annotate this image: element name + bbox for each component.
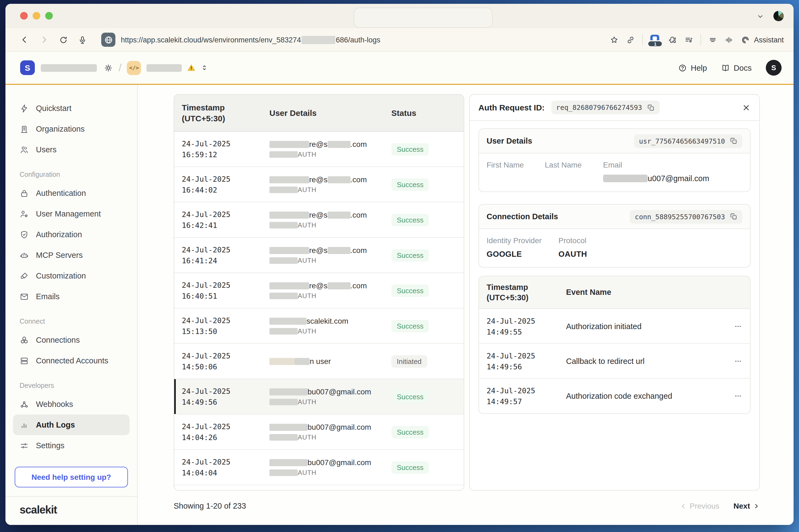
visible-text: .com bbox=[350, 210, 367, 219]
help-button[interactable]: Help bbox=[678, 63, 707, 72]
assistant-button[interactable]: Assistant bbox=[741, 35, 784, 44]
table-row[interactable]: 24-Jul-202514:49:56bu007@gmail.comAUTHSu… bbox=[174, 379, 464, 415]
extension-badge: 1 bbox=[647, 40, 663, 47]
sidebar-item-users[interactable]: Users bbox=[5, 139, 137, 160]
previous-page-button[interactable]: Previous bbox=[680, 501, 719, 510]
sidebar-section-label-configuration: Configuration bbox=[5, 160, 137, 183]
status-badge: Success bbox=[391, 426, 429, 438]
docs-button[interactable]: Docs bbox=[721, 63, 751, 72]
timestamp-cell: 24-Jul-202516:59:12 bbox=[174, 138, 270, 160]
redacted-segment bbox=[270, 459, 308, 466]
sidebar-item-authorization[interactable]: Authorization bbox=[5, 224, 137, 245]
users-icon bbox=[20, 145, 29, 154]
visible-text: AUTH bbox=[298, 151, 316, 158]
next-page-button[interactable]: Next bbox=[733, 501, 760, 510]
sidebar-item-organizations[interactable]: Organizations bbox=[5, 119, 137, 139]
user-details-subline: AUTH bbox=[270, 327, 391, 335]
event-menu-button[interactable] bbox=[734, 392, 742, 400]
environment-chip-icon[interactable]: </> bbox=[127, 61, 141, 75]
close-panel-button[interactable] bbox=[742, 103, 750, 112]
user-details-cell: bu007@gmail.comAUTH bbox=[270, 458, 391, 476]
copy-connection-id-button[interactable] bbox=[730, 213, 738, 220]
user-details-line: bu007@gmail.com bbox=[270, 387, 391, 396]
timestamp-cell: 24-Jul-202516:40:51 bbox=[174, 280, 270, 301]
sidebar-item-mcp-servers[interactable]: MCP Servers bbox=[5, 245, 137, 265]
reload-icon[interactable] bbox=[59, 35, 68, 44]
site-info-chip[interactable] bbox=[101, 33, 115, 47]
chevron-down-icon[interactable] bbox=[756, 12, 765, 20]
user-details-subline: AUTH bbox=[270, 398, 391, 406]
user-avatar[interactable]: S bbox=[766, 60, 782, 76]
zoom-window-button[interactable] bbox=[45, 12, 53, 20]
table-row[interactable]: 24-Jul-202516:59:12re@s.comAUTHSuccess bbox=[174, 132, 464, 167]
user-details-line: re@s.com bbox=[270, 210, 391, 219]
status-badge: Success bbox=[391, 178, 429, 191]
status-badge: Success bbox=[391, 390, 429, 403]
sidebar-item-quickstart[interactable]: Quickstart bbox=[5, 98, 137, 119]
status-cell: Initiated bbox=[391, 355, 464, 367]
sidebar-item-connections[interactable]: Connections bbox=[5, 330, 137, 350]
workspace-logo[interactable]: S bbox=[20, 60, 35, 75]
forward-icon[interactable] bbox=[39, 35, 49, 44]
copy-request-id-button[interactable] bbox=[647, 103, 654, 111]
visible-text: bu007@gmail.com bbox=[308, 458, 371, 467]
timestamp-cell: 24-Jul-202514:50:06 bbox=[174, 350, 270, 372]
sidebar-item-label: MCP Servers bbox=[36, 251, 83, 260]
sidebar-item-customization[interactable]: Customization bbox=[5, 265, 137, 286]
docs-book-icon bbox=[721, 63, 730, 72]
table-row[interactable]: 24-Jul-202515:13:50scalekit.comAUTHSucce… bbox=[174, 308, 464, 344]
table-row[interactable]: 24-Jul-202516:44:02re@s.comAUTHSuccess bbox=[174, 167, 464, 202]
date: 24-Jul-2025 bbox=[182, 244, 270, 255]
workspace-settings-gear-icon[interactable] bbox=[104, 63, 113, 73]
date: 24-Jul-2025 bbox=[182, 350, 270, 361]
redacted-segment bbox=[270, 247, 309, 254]
ellipsis-icon bbox=[734, 392, 742, 400]
browser-tab[interactable] bbox=[354, 7, 493, 28]
url-redacted-segment bbox=[301, 36, 335, 44]
redacted-segment bbox=[270, 187, 298, 193]
environment-switcher-chevrons-icon[interactable] bbox=[201, 64, 209, 72]
table-row[interactable]: 24-Jul-202516:42:41re@s.comAUTHSuccess bbox=[174, 202, 464, 238]
sidebar-item-connected-accounts[interactable]: Connected Accounts bbox=[5, 350, 137, 371]
table-row[interactable]: 24-Jul-202516:41:24re@s.comAUTHSuccess bbox=[174, 238, 464, 273]
table-row[interactable]: 24-Jul-202516:40:51re@s.comAUTHSuccess bbox=[174, 273, 464, 308]
copy-user-id-button[interactable] bbox=[730, 137, 738, 145]
user-details-line: bu007@gmail.com bbox=[270, 458, 391, 467]
sidebar-item-settings[interactable]: Settings bbox=[5, 435, 137, 456]
auth-request-id-label: Auth Request ID: bbox=[479, 103, 544, 112]
sidebar-item-webhooks[interactable]: Webhooks bbox=[5, 394, 137, 415]
voice-search-icon[interactable] bbox=[724, 35, 734, 44]
last-name-label: Last Name bbox=[545, 160, 603, 169]
table-row[interactable]: 24-Jul-202514:50:06n userInitiated bbox=[174, 344, 464, 379]
sidebar-item-user-management[interactable]: User Management bbox=[5, 204, 137, 224]
bookmark-star-icon[interactable] bbox=[610, 35, 619, 44]
sidebar-item-authentication[interactable]: Authentication bbox=[5, 183, 137, 204]
user-details-subline: AUTH bbox=[270, 186, 391, 194]
need-help-button[interactable]: Need help setting up? bbox=[15, 467, 128, 488]
extensions-puzzle-icon[interactable] bbox=[668, 35, 677, 44]
browser-profile-avatar[interactable] bbox=[774, 11, 784, 21]
visible-text: re@s bbox=[309, 140, 328, 149]
address-bar[interactable]: https://app.scalekit.cloud/ws/environmen… bbox=[121, 36, 380, 44]
sidebar-item-auth-logs[interactable]: Auth Logs bbox=[13, 415, 130, 435]
sidebar-item-emails[interactable]: Emails bbox=[5, 286, 137, 307]
playlist-icon[interactable] bbox=[684, 35, 693, 44]
password-manager-icon[interactable]: 1 bbox=[650, 34, 661, 45]
visible-text: scalekit.com bbox=[306, 317, 348, 325]
event-menu-button[interactable] bbox=[734, 357, 742, 365]
link-icon[interactable] bbox=[626, 35, 635, 44]
microphone-icon[interactable] bbox=[78, 35, 87, 44]
event-menu-button[interactable] bbox=[734, 322, 742, 330]
reader-mode-icon[interactable] bbox=[708, 35, 717, 44]
scalekit-logo: scalekit bbox=[20, 504, 57, 516]
close-window-button[interactable] bbox=[20, 12, 28, 20]
time: 16:44:02 bbox=[182, 185, 270, 195]
redacted-segment bbox=[270, 423, 308, 431]
back-icon[interactable] bbox=[20, 35, 30, 44]
time: 16:41:24 bbox=[182, 255, 270, 266]
chevron-right-icon bbox=[753, 502, 760, 509]
minimize-window-button[interactable] bbox=[33, 12, 40, 20]
user-details-subline: AUTH bbox=[270, 292, 391, 300]
table-row[interactable]: 24-Jul-202514:04:04bu007@gmail.comAUTHSu… bbox=[174, 450, 464, 485]
table-row[interactable]: 24-Jul-202514:04:26bu007@gmail.comAUTHSu… bbox=[174, 415, 464, 450]
